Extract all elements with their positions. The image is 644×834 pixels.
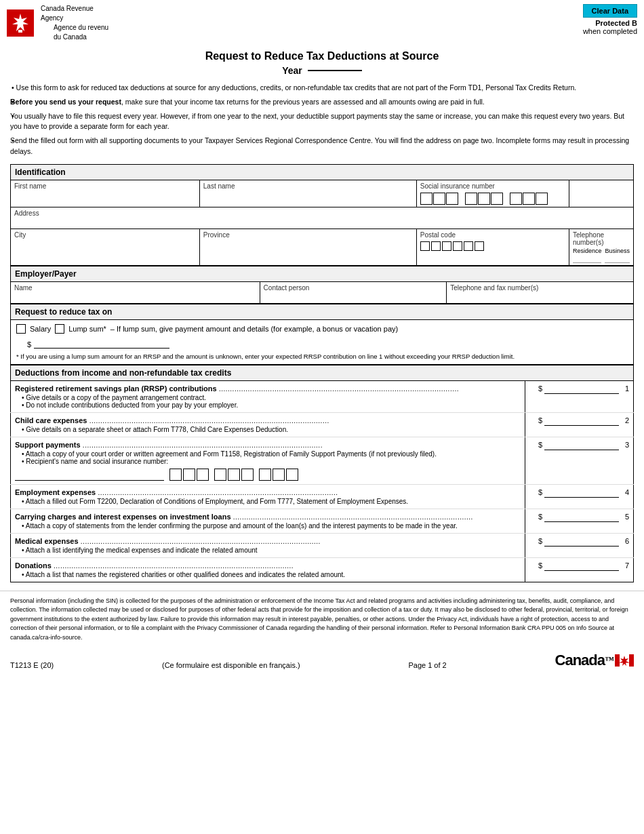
donations-bullet: • Attach a list that names the registere… bbox=[15, 571, 521, 578]
salary-label: Salary bbox=[30, 325, 51, 333]
telephone-cell: Telephone number(s) Residence Business bbox=[569, 229, 633, 265]
contact-person-cell: Contact person bbox=[260, 281, 447, 303]
line-number-5: 5 bbox=[621, 513, 629, 521]
support-title-row: Support payments .......................… bbox=[15, 441, 521, 449]
table-row: Support payments .......................… bbox=[11, 437, 634, 484]
province-cell: Province bbox=[199, 229, 416, 265]
business-label: Business bbox=[605, 247, 630, 254]
sin-cell: Social insurance number bbox=[416, 180, 569, 207]
address-label: Address bbox=[14, 210, 630, 217]
support-title: Support payments bbox=[15, 441, 81, 449]
year-row: Year bbox=[10, 65, 634, 76]
lump-sum-description: – If lump sum, give payment amount and d… bbox=[110, 325, 398, 333]
lump-sum-label: Lump sum* bbox=[68, 325, 106, 333]
svg-rect-6 bbox=[629, 654, 634, 667]
address-cell: Address bbox=[11, 207, 634, 229]
salary-checkbox[interactable] bbox=[16, 324, 26, 334]
rsb-7 bbox=[259, 469, 271, 481]
employer-name-cell: Name bbox=[11, 281, 260, 303]
line-number-7: 7 bbox=[621, 561, 629, 570]
line-number-2: 2 bbox=[621, 416, 629, 424]
form-number: T1213 E (20) bbox=[10, 661, 54, 669]
first-name-input[interactable] bbox=[14, 191, 196, 199]
form-title: Request to Reduce Tax Deductions at Sour… bbox=[10, 50, 634, 62]
postal-box-3 bbox=[442, 241, 451, 251]
line-number-6: 6 bbox=[621, 537, 629, 545]
rsb-3 bbox=[197, 469, 209, 481]
residence-phone-input[interactable] bbox=[573, 254, 602, 263]
childcare-title-row: Child care expenses ....................… bbox=[15, 416, 521, 424]
rrsp-bullet-1: • Give details or a copy of the payment … bbox=[15, 394, 521, 401]
carrying-title: Carrying charges and interest expenses o… bbox=[15, 513, 231, 521]
sin-box-8 bbox=[523, 193, 535, 205]
sin-box-7 bbox=[510, 193, 522, 205]
line-number-3: 3 bbox=[621, 441, 629, 449]
employment-title-row: Employment expenses ....................… bbox=[15, 488, 521, 496]
postal-box-2 bbox=[431, 241, 441, 251]
rsb-1 bbox=[169, 469, 182, 481]
table-row: Registered retirement savings plan (RRSP… bbox=[11, 380, 634, 412]
rrsp-bullet-2: • Do not include contributions deducted … bbox=[15, 401, 521, 409]
rsb-2 bbox=[183, 469, 195, 481]
line-number-4: 4 bbox=[621, 488, 629, 496]
protected-b-label: Protected B when completed bbox=[583, 19, 637, 35]
rrsp-title-row: Registered retirement savings plan (RRSP… bbox=[15, 384, 521, 393]
maple-leaf-icon bbox=[7, 9, 34, 37]
employment-bullet: • Attach a filled out Form T2200, Declar… bbox=[15, 498, 521, 505]
privacy-footer: Personal information (including the SIN)… bbox=[0, 591, 644, 648]
dollar-sign-5: $ bbox=[538, 513, 542, 521]
table-row: Donations ..............................… bbox=[11, 557, 634, 582]
clear-data-button[interactable]: Clear Data bbox=[583, 4, 637, 18]
dollar-sign-1: $ bbox=[538, 384, 542, 393]
sin-box-9 bbox=[536, 193, 548, 205]
carrying-title-row: Carrying charges and interest expenses o… bbox=[15, 513, 521, 521]
year-input-line bbox=[308, 70, 362, 71]
identification-header: Identification bbox=[11, 164, 634, 180]
table-row: Child care expenses ....................… bbox=[11, 412, 634, 437]
first-name-label: First name bbox=[14, 182, 196, 190]
last-name-label: Last name bbox=[203, 182, 413, 190]
sin-box-6 bbox=[491, 193, 503, 205]
carrying-amount-line bbox=[544, 513, 619, 522]
childcare-bullet: • Give details on a separate sheet or at… bbox=[15, 426, 521, 433]
business-phone-input[interactable] bbox=[605, 254, 630, 263]
lump-sum-checkbox[interactable] bbox=[55, 324, 64, 334]
employment-amount-line bbox=[544, 488, 619, 498]
page-note: Page 1 of 2 bbox=[408, 661, 446, 669]
recipient-sin-boxes bbox=[169, 469, 298, 481]
medical-title-row: Medical expenses .......................… bbox=[15, 537, 521, 545]
request-header: Request to reduce tax on bbox=[11, 304, 634, 319]
employer-name-input[interactable] bbox=[14, 293, 256, 301]
lump-sum-note: * If you are using a lump sum amount for… bbox=[16, 353, 628, 360]
support-bullet-2: • Recipient's name and social insurance … bbox=[15, 458, 521, 465]
svg-rect-2 bbox=[18, 30, 22, 33]
sin-boxes bbox=[420, 193, 565, 205]
lump-sum-amount-line bbox=[34, 338, 169, 349]
recipient-name-line bbox=[15, 470, 164, 481]
donations-amount-line bbox=[544, 561, 619, 571]
contact-person-input[interactable] bbox=[264, 293, 443, 301]
identification-table: Identification First name Last name Soci… bbox=[10, 164, 634, 266]
privacy-text: Personal information (including the SIN)… bbox=[10, 597, 628, 641]
childcare-amount-line bbox=[544, 416, 619, 426]
dollar-sign-6: $ bbox=[538, 537, 542, 545]
support-bullet-1: • Attach a copy of your court order or w… bbox=[15, 450, 521, 458]
address-input[interactable] bbox=[14, 218, 630, 226]
employer-table: Employer/Payer Name Contact person Telep… bbox=[10, 266, 634, 304]
employer-telephone-input[interactable] bbox=[450, 293, 630, 301]
last-name-input[interactable] bbox=[203, 191, 413, 199]
contact-person-label: Contact person bbox=[264, 284, 443, 292]
sin-box-5 bbox=[478, 193, 490, 205]
employer-telephone-label: Telephone and fax number(s) bbox=[450, 284, 630, 292]
table-row: Medical expenses .......................… bbox=[11, 533, 634, 557]
rsb-9 bbox=[286, 469, 298, 481]
dollar-sign-2: $ bbox=[538, 416, 542, 424]
city-input[interactable] bbox=[14, 240, 196, 248]
rrsp-title: Registered retirement savings plan (RRSP… bbox=[15, 384, 217, 393]
main-content: Request to Reduce Tax Deductions at Sour… bbox=[0, 50, 644, 589]
province-input[interactable] bbox=[203, 240, 413, 248]
postal-boxes bbox=[420, 241, 565, 251]
french-note: (Ce formulaire est disponible en françai… bbox=[162, 661, 300, 669]
logo-area: Canada Revenue Agency Agence du revenu d… bbox=[7, 4, 108, 42]
employment-title: Employment expenses bbox=[15, 488, 96, 496]
